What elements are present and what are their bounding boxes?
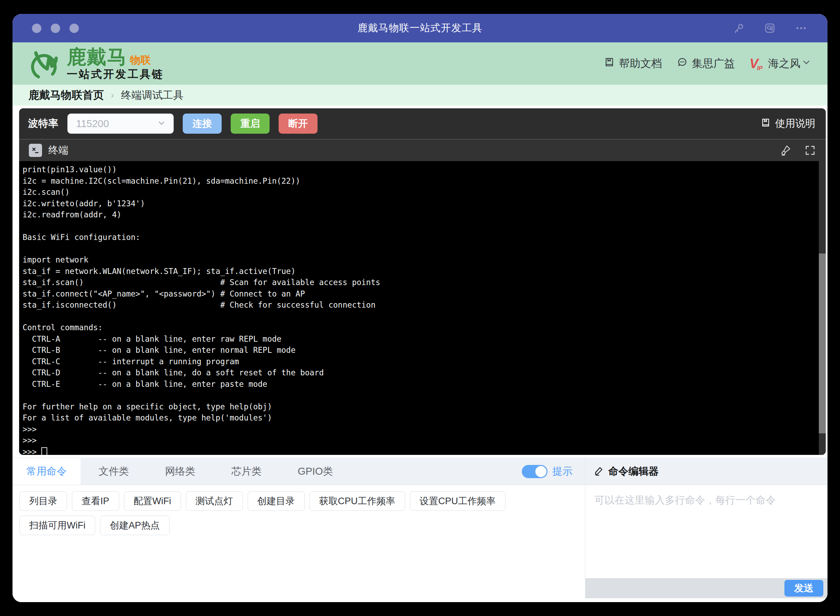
commands-panel: 常用命令 文件类 网络类 芯片类 GPIO类 提示 列目录 查看IP 配置WiF… xyxy=(13,458,585,598)
cmd-get-cpu-freq-button[interactable]: 获取CPU工作频率 xyxy=(310,491,405,511)
cmd-set-cpu-freq-button[interactable]: 设置CPU工作频率 xyxy=(410,491,505,511)
cmd-test-led-button[interactable]: 测试点灯 xyxy=(186,491,243,511)
tab-files[interactable]: 文件类 xyxy=(81,458,147,485)
user-menu[interactable]: VIP 海之风 xyxy=(750,56,812,71)
tab-chip[interactable]: 芯片类 xyxy=(213,458,280,485)
restart-button[interactable]: 重启 xyxy=(231,114,270,134)
tab-gpio[interactable]: GPIO类 xyxy=(280,458,351,485)
more-icon[interactable] xyxy=(795,22,807,34)
cmd-scan-wifi-button[interactable]: 扫描可用WiFi xyxy=(19,516,95,535)
chevron-down-icon xyxy=(801,57,812,70)
editor-header: 命令编辑器 xyxy=(585,458,827,485)
terminal-cursor xyxy=(41,447,47,455)
serial-toolbar: 波特率 115200 连接 重启 断开 使用说明 xyxy=(19,109,826,139)
feedback-link[interactable]: 集思广益 xyxy=(677,56,735,71)
cmd-config-wifi-button[interactable]: 配置WiFi xyxy=(124,491,181,511)
hint-toggle[interactable] xyxy=(522,465,548,478)
breadcrumb-current: 终端调试工具 xyxy=(121,88,184,103)
key-icon[interactable] xyxy=(733,22,745,34)
help-docs-label: 帮助文档 xyxy=(619,56,662,71)
editor-footer: 发送 xyxy=(585,578,827,598)
brand-name: 鹿戴马 xyxy=(67,47,127,67)
book-icon xyxy=(604,57,615,70)
tab-network[interactable]: 网络类 xyxy=(147,458,213,485)
hint-label: 提示 xyxy=(552,465,573,478)
disconnect-button[interactable]: 断开 xyxy=(279,114,317,134)
command-tabs: 常用命令 文件类 网络类 芯片类 GPIO类 提示 xyxy=(13,458,585,485)
terminal-output[interactable]: print(pin13.value()) i2c = machine.I2C(s… xyxy=(19,161,826,455)
vip-icon: VIP xyxy=(750,57,764,70)
pencil-icon xyxy=(594,466,604,477)
chat-icon xyxy=(677,57,688,70)
titlebar: 鹿戴马物联一站式开发工具 xyxy=(13,14,827,43)
usage-guide-link[interactable]: 使用说明 xyxy=(761,117,815,131)
tab-common-commands[interactable]: 常用命令 xyxy=(13,458,81,485)
baud-value: 115200 xyxy=(76,118,157,129)
chevron-down-icon xyxy=(157,118,166,129)
bottom-section: 常用命令 文件类 网络类 芯片类 GPIO类 提示 列目录 查看IP 配置WiF… xyxy=(13,458,827,602)
app-header: 鹿戴马 物联 一站式开发工具链 帮助文档 xyxy=(13,43,827,85)
brand-suffix: 物联 xyxy=(130,54,151,68)
cmd-view-ip-button[interactable]: 查看IP xyxy=(72,491,119,511)
username-label: 海之风 xyxy=(768,56,800,71)
terminal-text: print(pin13.value()) i2c = machine.I2C(s… xyxy=(23,165,380,455)
horse-logo-icon xyxy=(28,47,62,80)
baud-rate-label: 波特率 xyxy=(28,117,58,131)
usage-guide-label: 使用说明 xyxy=(775,117,815,131)
connect-button[interactable]: 连接 xyxy=(183,114,222,134)
terminal-scrollbar[interactable] xyxy=(819,161,826,455)
cmd-list-dir-button[interactable]: 列目录 xyxy=(19,491,67,511)
terminal-title: 终端 xyxy=(48,144,68,157)
feedback-label: 集思广益 xyxy=(692,56,735,71)
breadcrumb: 鹿戴马物联首页 › 终端调试工具 xyxy=(13,85,827,106)
brand-logo: 鹿戴马 物联 一站式开发工具链 xyxy=(28,47,164,80)
brand-tagline: 一站式开发工具链 xyxy=(67,69,164,80)
clear-brush-icon[interactable] xyxy=(780,144,792,156)
editor-title: 命令编辑器 xyxy=(608,465,659,478)
cmd-create-ap-button[interactable]: 创建AP热点 xyxy=(100,516,169,535)
baud-select[interactable]: 115200 xyxy=(68,114,174,134)
command-editor-input[interactable] xyxy=(585,485,827,578)
app-window: 鹿戴马物联一站式开发工具 xyxy=(13,14,827,602)
breadcrumb-separator: › xyxy=(111,89,114,101)
terminal-header: 终端 xyxy=(19,139,826,161)
toggle-knob xyxy=(535,466,546,477)
send-button[interactable]: 发送 xyxy=(784,580,823,597)
scrollbar-thumb[interactable] xyxy=(819,254,826,433)
fullscreen-icon[interactable] xyxy=(804,144,816,156)
book-icon xyxy=(761,117,771,130)
command-buttons: 列目录 查看IP 配置WiFi 测试点灯 创建目录 获取CPU工作频率 设置CP… xyxy=(13,485,585,598)
cmd-create-dir-button[interactable]: 创建目录 xyxy=(248,491,305,511)
window-title: 鹿戴马物联一站式开发工具 xyxy=(13,21,827,35)
terminal-panel: 波特率 115200 连接 重启 断开 使用说明 xyxy=(19,109,826,455)
terminal-icon xyxy=(29,144,42,157)
device-search-icon[interactable] xyxy=(764,22,776,34)
command-editor-panel: 命令编辑器 发送 xyxy=(585,458,827,598)
breadcrumb-home-link[interactable]: 鹿戴马物联首页 xyxy=(28,88,104,103)
help-docs-link[interactable]: 帮助文档 xyxy=(604,56,662,71)
